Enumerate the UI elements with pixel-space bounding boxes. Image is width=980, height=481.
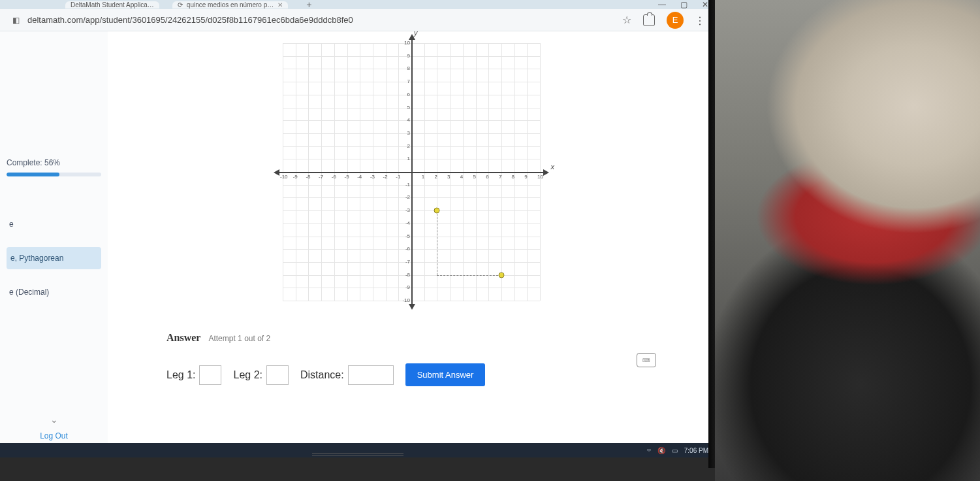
profile-avatar[interactable]: E <box>667 12 684 29</box>
distance-group: Distance: <box>300 365 394 385</box>
y-tick: 4 <box>402 117 410 123</box>
y-tick: 1 <box>402 156 410 161</box>
x-tick: -1 <box>396 174 400 180</box>
distance-label: Distance: <box>300 369 344 381</box>
answer-title: Answer <box>166 332 200 344</box>
attempt-text: Attempt 1 out of 2 <box>208 334 270 343</box>
leg2-group: Leg 2: <box>233 365 288 385</box>
x-tick: 5 <box>473 174 476 180</box>
dashed-segment <box>437 210 437 275</box>
arrow-down-icon <box>409 304 415 310</box>
x-tick: -2 <box>383 174 388 180</box>
y-tick: 3 <box>402 130 410 136</box>
x-tick: -6 <box>332 174 336 180</box>
x-tick: 4 <box>460 174 463 180</box>
x-tick: -7 <box>319 174 323 180</box>
browser-menu-icon[interactable]: ⋯ <box>694 16 706 25</box>
distance-input[interactable] <box>348 365 394 385</box>
y-tick: -5 <box>402 233 410 239</box>
x-axis-label: x <box>551 163 555 171</box>
window-close-icon[interactable]: ✕ <box>702 0 708 9</box>
x-tick: -4 <box>357 174 362 180</box>
window-minimize-icon[interactable]: — <box>658 0 666 9</box>
sidebar: Complete: 56% e e, Pythagorean e (Decima… <box>0 31 108 457</box>
arrow-left-icon <box>274 169 279 176</box>
y-tick: -4 <box>402 220 410 226</box>
site-info-icon[interactable]: ◧ <box>10 15 21 25</box>
x-tick: -5 <box>345 174 349 180</box>
y-axis <box>411 38 413 306</box>
arrow-right-icon <box>543 169 549 176</box>
background-photo <box>715 0 980 481</box>
x-tick: -9 <box>293 174 298 180</box>
battery-icon[interactable]: ▭ <box>672 447 678 454</box>
y-tick: -10 <box>402 297 410 303</box>
y-tick: 10 <box>402 40 410 46</box>
sidebar-collapse-icon[interactable]: ⌄ <box>7 414 101 425</box>
url-text[interactable]: deltamath.com/app/student/3601695/242621… <box>27 15 616 25</box>
extensions-icon[interactable] <box>643 14 655 26</box>
y-tick: -6 <box>402 246 410 252</box>
x-tick: -8 <box>306 174 310 180</box>
x-tick: 3 <box>447 174 450 180</box>
tab2-title: quince medios en número p… <box>187 1 274 8</box>
answer-section: Answer Attempt 1 out of 2 Leg 1: Leg 2: … <box>147 325 676 393</box>
close-tab-icon[interactable]: ✕ <box>277 1 283 8</box>
x-tick: 1 <box>422 174 424 180</box>
taskbar-scrub <box>312 453 403 456</box>
y-tick: 6 <box>402 91 410 97</box>
plotted-point[interactable] <box>498 272 504 278</box>
y-tick: 7 <box>402 78 410 84</box>
y-tick: -2 <box>402 194 410 200</box>
y-tick: -1 <box>402 182 410 188</box>
browser-tab-1[interactable]: DeltaMath Student Applica… <box>65 1 159 8</box>
y-tick: -9 <box>402 284 410 290</box>
new-tab-button[interactable]: + <box>306 0 311 10</box>
y-tick: 5 <box>402 105 410 110</box>
y-tick: -3 <box>402 207 410 213</box>
wifi-icon[interactable]: ⌔ <box>647 447 651 454</box>
y-tick: 9 <box>402 53 410 59</box>
x-tick: 10 <box>537 174 543 180</box>
leg1-group: Leg 1: <box>166 365 221 385</box>
y-tick: 8 <box>402 65 410 71</box>
leg2-label: Leg 2: <box>233 369 262 381</box>
taskbar-time: 7:06 PM <box>684 447 708 454</box>
x-tick: 2 <box>434 174 437 180</box>
y-tick: -7 <box>402 259 410 265</box>
os-taskbar[interactable]: ⌔ 🔇 ▭ 7:06 PM <box>0 443 715 457</box>
plotted-point[interactable] <box>434 208 440 214</box>
browser-tabstrip: DeltaMath Student Applica… ⟳quince medio… <box>0 0 715 9</box>
coordinate-graph[interactable]: y x -10-9-8-7-6-5-4-3-2-112345678910-10-… <box>277 38 545 306</box>
y-axis-label: y <box>414 29 418 37</box>
tab1-title: DeltaMath Student Applica… <box>71 1 154 8</box>
volume-mute-icon[interactable]: 🔇 <box>657 447 665 454</box>
dashed-segment <box>437 275 501 276</box>
leg1-label: Leg 1: <box>166 369 195 381</box>
progress-bar <box>7 173 101 176</box>
submit-answer-button[interactable]: Submit Answer <box>405 363 486 386</box>
sidebar-item-e[interactable]: e <box>7 216 101 233</box>
x-tick: 9 <box>524 174 527 180</box>
x-tick: -3 <box>370 174 375 180</box>
leg2-input[interactable] <box>266 365 289 385</box>
leg1-input[interactable] <box>199 365 221 385</box>
x-tick: -10 <box>280 174 288 180</box>
keyboard-icon[interactable]: ⌨ <box>637 353 656 367</box>
x-tick: 8 <box>512 174 514 180</box>
x-tick: 7 <box>499 174 501 180</box>
sidebar-item-decimal[interactable]: e (Decimal) <box>7 284 101 301</box>
window-maximize-icon[interactable]: ▢ <box>680 0 688 9</box>
sidebar-item-pythagorean[interactable]: e, Pythagorean <box>7 247 101 269</box>
y-tick: -8 <box>402 272 410 278</box>
main-content: y x -10-9-8-7-6-5-4-3-2-112345678910-10-… <box>108 31 715 457</box>
browser-tab-2[interactable]: ⟳quince medios en número p…✕ <box>172 1 288 8</box>
complete-label: Complete: 56% <box>7 158 101 167</box>
y-tick: 2 <box>402 143 410 149</box>
x-tick: 6 <box>486 174 488 180</box>
browser-urlbar: ◧ deltamath.com/app/student/3601695/2426… <box>0 9 715 31</box>
bookmark-star-icon[interactable]: ☆ <box>622 14 631 26</box>
